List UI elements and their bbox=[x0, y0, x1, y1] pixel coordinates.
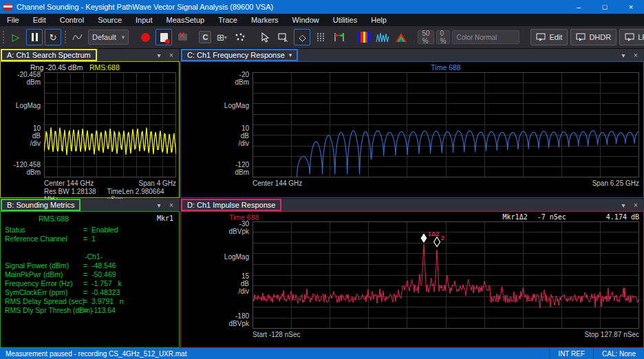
recording-file-button[interactable] bbox=[155, 29, 172, 45]
zoom-select-button[interactable] bbox=[275, 29, 292, 45]
panel-b-menu-button[interactable]: ▾ bbox=[154, 202, 164, 209]
panel-d-close-button[interactable]: × bbox=[631, 202, 641, 209]
panel-search-spectrum: A: Ch1 Search Spectrum ▾ × Rng -20.45 dB… bbox=[0, 49, 180, 198]
svg-text:2: 2 bbox=[441, 235, 444, 241]
menu-help[interactable]: Help bbox=[364, 14, 394, 26]
panel-d-tab[interactable]: D: Ch1 Impulse Response bbox=[181, 199, 281, 211]
search-spectrum-plot[interactable] bbox=[44, 72, 176, 177]
macro-button-label: Edit bbox=[549, 33, 562, 41]
rms-count: RMS:688 bbox=[89, 63, 120, 72]
menu-source[interactable]: Source bbox=[91, 14, 129, 26]
marker-tool-button[interactable]: ◇ bbox=[294, 29, 310, 45]
panel-d-menu-button[interactable]: ▾ bbox=[619, 202, 628, 209]
macro-button-lr[interactable]: LR bbox=[619, 29, 644, 45]
spectrogram-button[interactable] bbox=[356, 29, 372, 45]
spectrum-trace-button[interactable] bbox=[374, 29, 391, 45]
y-axis-top-unit: dBm bbox=[1, 78, 41, 86]
y-axis-per-div-suffix: /div bbox=[181, 140, 249, 147]
marker-flags-button[interactable] bbox=[331, 29, 347, 45]
statusbar: Measurement paused - recording CS_4GHz_5… bbox=[0, 348, 644, 359]
y-axis-bottom-unit: dBm bbox=[181, 168, 249, 176]
maximize-button[interactable]: □ bbox=[592, 0, 618, 14]
metric-row: RMS Dly Spr Thresh (dBm)=-113.64 bbox=[5, 306, 175, 315]
band-lines-button[interactable] bbox=[312, 29, 329, 45]
panel-d-body: Time 688 Mkr1Δ2 -7 nSec 4.174 dB 1Δ22 -3… bbox=[180, 211, 644, 348]
restart-icon: ↻ bbox=[50, 32, 57, 43]
menu-meassetup[interactable]: MeasSetup bbox=[160, 14, 212, 26]
panel-c-title: C: Ch1 Frequency Response bbox=[187, 51, 285, 59]
chevron-down-icon: ▾ bbox=[224, 34, 227, 41]
menu-file[interactable]: File bbox=[0, 14, 26, 26]
y-axis-bottom-unit: dBVpk bbox=[181, 320, 249, 327]
preset-select[interactable]: Default ▾ bbox=[88, 30, 129, 45]
y-axis-per-div-suffix: /div bbox=[181, 287, 249, 295]
y-axis-top: -20 bbox=[181, 71, 249, 78]
record-button[interactable] bbox=[137, 29, 153, 45]
menu-trace[interactable]: Trace bbox=[211, 14, 244, 26]
select-tool-button[interactable] bbox=[257, 29, 273, 45]
titlebar: Channel Sounding - Keysight PathWave Vec… bbox=[0, 0, 644, 14]
threshold-field[interactable]: 0 % bbox=[436, 30, 451, 44]
panel-c-tab[interactable]: C: Ch1 Frequency Response ▾ bbox=[181, 49, 298, 61]
marker-readout-y: 4.174 dB bbox=[606, 213, 639, 221]
panel-b-tab[interactable]: B: Sounding Metrics bbox=[1, 199, 80, 211]
panel-sounding-metrics: B: Sounding Metrics ▾ × RMS:688 Mkr1 Sta… bbox=[0, 199, 180, 348]
menu-window[interactable]: Window bbox=[286, 14, 326, 26]
band-lines-icon bbox=[316, 32, 325, 42]
panel-a-body: Rng -20.45 dBm RMS:688 -20.458 dBm LogMa… bbox=[0, 61, 180, 198]
cumulative-history-button[interactable] bbox=[393, 29, 409, 45]
restart-button[interactable]: ↻ bbox=[45, 29, 61, 45]
preset-value: Default bbox=[92, 33, 116, 41]
y-axis-per-div: 10 bbox=[1, 124, 41, 132]
color-mode-select[interactable]: Color Normal bbox=[452, 30, 519, 44]
panel-b-title: B: Sounding Metrics bbox=[7, 201, 74, 209]
minimize-button[interactable]: – bbox=[566, 0, 592, 14]
menu-input[interactable]: Input bbox=[129, 14, 159, 26]
metric-row bbox=[5, 243, 175, 252]
layout-button[interactable]: ⊞ ▾ bbox=[213, 29, 230, 45]
panel-a-close-button[interactable]: × bbox=[167, 52, 176, 59]
menu-edit[interactable]: Edit bbox=[26, 14, 53, 26]
y-axis-scale: LogMag bbox=[181, 253, 249, 261]
x-axis-stop: Stop 127.87 nSec bbox=[584, 331, 639, 338]
panel-c-menu-button[interactable]: ▾ bbox=[619, 52, 628, 59]
x-axis-span: Span 4 GHz bbox=[139, 180, 176, 187]
play-icon: ▷ bbox=[12, 32, 20, 43]
play-button[interactable]: ▷ bbox=[8, 29, 24, 45]
calibration-status[interactable]: CAL: None bbox=[593, 348, 644, 359]
persistence-field[interactable]: 50 % bbox=[418, 30, 433, 44]
menu-control[interactable]: Control bbox=[53, 14, 91, 26]
discard-recording-icon bbox=[178, 34, 187, 41]
discard-recording-button[interactable] bbox=[174, 29, 191, 45]
toolbar-grip[interactable] bbox=[3, 31, 4, 43]
panel-c-header: C: Ch1 Frequency Response ▾ ▾ × bbox=[180, 49, 644, 61]
x-axis-center: Center 144 GHz bbox=[253, 180, 302, 187]
close-button[interactable]: × bbox=[618, 0, 644, 14]
metric-row: RMS Delay Spread (sec)=3.9791 n bbox=[5, 297, 175, 306]
constellation-button[interactable] bbox=[232, 29, 248, 45]
menu-markers[interactable]: Markers bbox=[244, 14, 286, 26]
panel-a-tab[interactable]: A: Ch1 Search Spectrum bbox=[1, 49, 97, 61]
main-area: A: Ch1 Search Spectrum ▾ × Rng -20.45 dB… bbox=[0, 49, 644, 348]
macro-button-edit[interactable]: Edit bbox=[530, 29, 568, 45]
marker-diamond-open bbox=[434, 237, 440, 247]
metric-row: SymClockErr (ppm)=-0.48323 bbox=[5, 288, 175, 297]
panel-a-menu-button[interactable]: ▾ bbox=[154, 52, 164, 59]
y-axis-top: -30 bbox=[181, 220, 249, 228]
macro-window-icon bbox=[536, 33, 546, 41]
cursor-arrow-icon bbox=[261, 32, 270, 43]
record-icon bbox=[141, 33, 150, 42]
correction-button[interactable]: C bbox=[199, 31, 211, 43]
y-axis-bottom-unit: dBm bbox=[1, 168, 41, 176]
frequency-response-plot[interactable] bbox=[253, 72, 639, 177]
pause-button[interactable] bbox=[26, 29, 43, 45]
panel-c-close-button[interactable]: × bbox=[631, 52, 641, 59]
impulse-response-plot[interactable]: 1Δ22 bbox=[253, 221, 639, 329]
reference-status[interactable]: INT REF bbox=[549, 348, 593, 359]
marker-column-header: Mkr1 bbox=[157, 215, 173, 222]
trigger-button[interactable] bbox=[69, 29, 86, 45]
macro-button-dhdr[interactable]: DHDR bbox=[570, 29, 616, 45]
toolbar-grip[interactable] bbox=[65, 31, 66, 43]
menu-utilities[interactable]: Utilities bbox=[326, 14, 364, 26]
panel-b-close-button[interactable]: × bbox=[167, 202, 176, 209]
